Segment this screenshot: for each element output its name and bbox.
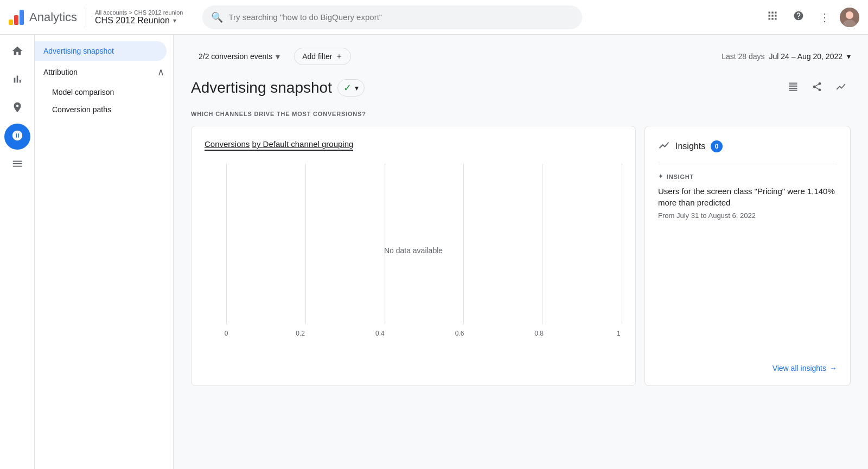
svg-rect-7: [771, 18, 773, 20]
svg-rect-1: [771, 12, 773, 14]
insight-text: Users for the screen class "Pricing" wer…: [658, 185, 837, 208]
view-all-insights-button[interactable]: View all insights →: [658, 355, 837, 372]
help-button[interactable]: [788, 7, 809, 28]
attribution-chevron-icon: ∧: [157, 66, 164, 78]
conversion-events-filter[interactable]: 2/2 conversion events ▾: [191, 48, 288, 65]
conversion-events-label: 2/2 conversion events: [199, 52, 272, 61]
nav-home-button[interactable]: [4, 39, 30, 65]
add-filter-button[interactable]: Add filter ＋: [294, 48, 351, 65]
insight-date: From July 31 to August 6, 2022: [658, 211, 837, 220]
logo-icon: [9, 10, 24, 25]
advertising-icon: [11, 130, 23, 144]
sparkline-icon: [835, 81, 846, 95]
left-nav: [0, 35, 35, 469]
sidebar-item-advertising-snapshot[interactable]: Advertising snapshot: [35, 41, 167, 61]
insights-header: Insights 0: [658, 139, 837, 153]
chart-x-label-1: 1: [617, 330, 621, 337]
report-title: Advertising snapshot: [191, 79, 332, 97]
help-icon: [793, 10, 804, 24]
chart-title-part1: Conversions: [205, 139, 250, 149]
chart-title-part3: Default channel grouping: [263, 139, 354, 149]
insight-section-label: ✦ INSIGHT: [658, 173, 837, 180]
account-name-text: CHS 2012 Reunion: [95, 16, 170, 25]
insights-sparkline-button[interactable]: [831, 78, 851, 98]
sparkle-icon: ✦: [658, 173, 663, 180]
user-avatar[interactable]: [840, 8, 859, 27]
conversion-events-dropdown-icon: ▾: [276, 52, 280, 62]
sidebar-item-conversion-paths[interactable]: Conversion paths: [35, 101, 173, 118]
top-header: Analytics All accounts > CHS 2012 reunio…: [0, 0, 868, 35]
chart-vline-6: [622, 164, 622, 324]
insights-count-badge: 0: [711, 140, 723, 152]
search-bar[interactable]: 🔍: [202, 5, 582, 29]
insight-block: ✦ INSIGHT Users for the screen class "Pr…: [658, 164, 837, 220]
nav-configure-button[interactable]: [4, 152, 30, 178]
bar-chart-icon: [11, 73, 23, 88]
svg-rect-0: [769, 12, 770, 14]
sidebar: Advertising snapshot Attribution ∧ Model…: [35, 35, 174, 469]
insights-card: Insights 0 ✦ INSIGHT Users for the scree…: [644, 126, 851, 386]
view-all-label: View all insights: [773, 364, 826, 372]
logo-bar-3: [20, 10, 24, 25]
apps-button[interactable]: [762, 7, 783, 28]
chart-x-label-0: 0: [225, 330, 228, 337]
chart-grid-lines: [226, 164, 622, 324]
attribution-label: Attribution: [43, 68, 78, 76]
status-dropdown-icon: ▾: [355, 83, 359, 92]
date-range-label: Last 28 days: [722, 52, 764, 61]
more-options-button[interactable]: ⋮: [814, 7, 835, 28]
chart-x-label-02: 0.2: [296, 330, 305, 337]
svg-rect-4: [771, 15, 773, 16]
nav-explore-button[interactable]: [4, 95, 30, 121]
add-filter-label: Add filter: [302, 52, 332, 61]
no-data-label: No data available: [384, 246, 443, 255]
account-dropdown-arrow: ▾: [173, 17, 176, 24]
more-icon: ⋮: [819, 11, 830, 24]
svg-rect-2: [775, 12, 776, 14]
svg-rect-5: [775, 15, 776, 16]
chart-x-labels: 0 0.2 0.4 0.6 0.8 1: [226, 330, 622, 337]
status-badge[interactable]: ✓ ▾: [337, 79, 365, 97]
chart-title-by: by: [252, 139, 263, 149]
date-range-selector[interactable]: Last 28 days Jul 24 – Aug 20, 2022 ▾: [722, 52, 851, 61]
chart-x-label-04: 0.4: [375, 330, 385, 337]
logo-bar-1: [9, 20, 13, 25]
search-input[interactable]: [228, 12, 573, 22]
account-selector[interactable]: All accounts > CHS 2012 reunion CHS 2012…: [95, 9, 183, 25]
share-button[interactable]: [807, 78, 827, 98]
main-layout: Advertising snapshot Attribution ∧ Model…: [0, 35, 868, 469]
section-label: WHICH CHANNELS DRIVE THE MOST CONVERSION…: [191, 111, 851, 117]
report-header: Advertising snapshot ✓ ▾: [191, 78, 851, 98]
sidebar-advertising-snapshot-label: Advertising snapshot: [43, 47, 114, 55]
sidebar-item-model-comparison[interactable]: Model comparison: [35, 83, 173, 101]
account-name-dropdown[interactable]: CHS 2012 Reunion ▾: [95, 16, 183, 25]
svg-point-10: [846, 11, 853, 19]
view-all-arrow-icon: →: [829, 364, 837, 372]
chart-vline-1: [226, 164, 227, 324]
share-icon: [812, 81, 822, 95]
chart-x-label-08: 0.8: [534, 330, 544, 337]
chart-vline-3: [385, 164, 385, 324]
nav-advertising-button[interactable]: [4, 124, 30, 150]
sidebar-attribution-header[interactable]: Attribution ∧: [35, 61, 173, 83]
nav-reports-button[interactable]: [4, 67, 30, 93]
chart-vline-4: [463, 164, 464, 324]
chart-vline-2: [305, 164, 306, 324]
bar-chart-area: No data available 0 0.2 0.4 0.6 0.8 1: [205, 164, 622, 337]
explore-icon: [11, 101, 23, 116]
chart-vline-5: [542, 164, 543, 324]
apps-icon: [767, 10, 778, 24]
status-check-icon: ✓: [343, 82, 352, 94]
configure-icon: [11, 158, 23, 172]
svg-rect-3: [769, 15, 770, 16]
chart-card: Conversions by Default channel grouping: [191, 126, 636, 386]
insights-title: Insights: [675, 142, 705, 151]
header-divider: [86, 8, 86, 27]
search-icon: 🔍: [211, 11, 223, 23]
save-report-button[interactable]: [783, 78, 803, 98]
cards-row: Conversions by Default channel grouping: [191, 126, 851, 386]
date-range-dropdown-icon: ▾: [847, 52, 851, 61]
svg-rect-6: [769, 18, 770, 20]
report-title-area: Advertising snapshot ✓ ▾: [191, 79, 365, 97]
main-content: 2/2 conversion events ▾ Add filter ＋ Las…: [174, 35, 868, 469]
